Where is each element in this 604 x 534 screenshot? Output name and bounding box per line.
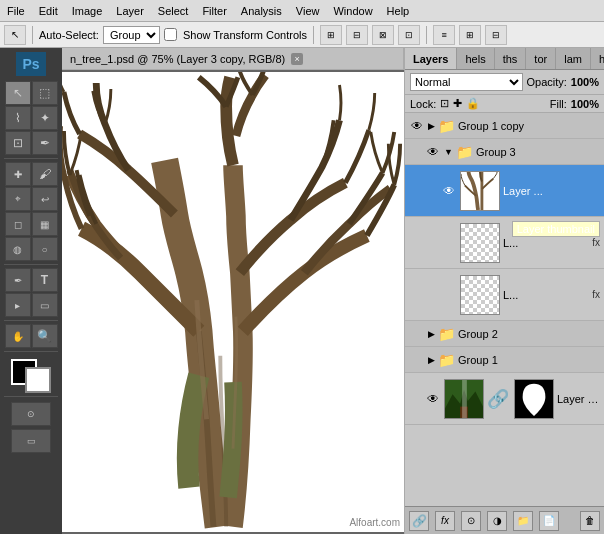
layer-l1-eye[interactable]: 👁 [441, 235, 457, 251]
layer-3-name: Layer ... [503, 185, 600, 197]
layer-l1-fx[interactable]: fx [592, 237, 600, 248]
screen-mode-btn[interactable]: ▭ [11, 429, 51, 453]
align-btn-3[interactable]: ⊠ [372, 25, 394, 45]
tab-hels[interactable]: hels [457, 48, 494, 69]
move-tool[interactable]: ↖ [5, 81, 31, 105]
layer-l2-checker [461, 276, 499, 314]
blur-tool[interactable]: ◍ [5, 237, 31, 261]
group-2-header[interactable]: 👁 ▶ 📁 Group 2 [405, 321, 604, 347]
folder-new-icon: 📁 [517, 515, 529, 526]
move-tool-btn[interactable]: ↖ [4, 25, 26, 45]
blend-mode-select[interactable]: Normal Multiply Screen [410, 73, 523, 91]
menu-image[interactable]: Image [65, 3, 110, 19]
eyedropper-tool[interactable]: ✒ [32, 131, 58, 155]
menu-layer[interactable]: Layer [109, 3, 151, 19]
color-picker[interactable] [11, 359, 51, 393]
canvas-area: n_tree_1.psd @ 75% (Layer 3 copy, RGB/8)… [62, 48, 404, 534]
menu-help[interactable]: Help [380, 3, 417, 19]
menu-edit[interactable]: Edit [32, 3, 65, 19]
auto-select-dropdown[interactable]: Group Layer [103, 26, 160, 44]
align-btn-2[interactable]: ⊟ [346, 25, 368, 45]
layers-list[interactable]: 👁 ▶ 📁 Group 1 copy 👁 ▼ 📁 Group 3 👁 [405, 113, 604, 506]
canvas-tab-close[interactable]: × [291, 53, 303, 65]
layer-3-item[interactable]: 👁 Layer ... Layer thumbnail [405, 165, 604, 217]
lock-all-icon[interactable]: 🔒 [466, 97, 480, 110]
text-tool[interactable]: T [32, 268, 58, 292]
layer-l2-fx[interactable]: fx [592, 289, 600, 300]
group-1-copy-eye[interactable]: 👁 [409, 118, 425, 134]
tab-ths[interactable]: ths [495, 48, 527, 69]
tab-hfo[interactable]: hfo [591, 48, 604, 69]
layer-3-thumb [460, 171, 500, 211]
tool-row-7: ◍ ○ [5, 237, 58, 261]
dist-btn-3[interactable]: ⊟ [485, 25, 507, 45]
layer-0-item[interactable]: 👁 🔗 [405, 373, 604, 425]
auto-select-label: Auto-Select: [39, 29, 99, 41]
align-btn-4[interactable]: ⊡ [398, 25, 420, 45]
tab-layers[interactable]: Layers [405, 48, 457, 69]
menu-select[interactable]: Select [151, 3, 196, 19]
dist-btn-1[interactable]: ≡ [433, 25, 455, 45]
gradient-tool[interactable]: ▦ [32, 212, 58, 236]
layer-l2-thumb [460, 275, 500, 315]
transform-controls-checkbox[interactable] [164, 28, 177, 41]
layer-l2-eye[interactable]: 👁 [441, 287, 457, 303]
healing-tool[interactable]: ✚ [5, 162, 31, 186]
canvas-tab[interactable]: n_tree_1.psd @ 75% (Layer 3 copy, RGB/8)… [62, 48, 404, 70]
group-2-folder-icon: 📁 [438, 326, 455, 342]
history-tool[interactable]: ↩ [32, 187, 58, 211]
quick-mask-btn[interactable]: ⊙ [11, 402, 51, 426]
group-3-header[interactable]: 👁 ▼ 📁 Group 3 [405, 139, 604, 165]
lasso-tool[interactable]: ⌇ [5, 106, 31, 130]
link-layers-btn[interactable]: 🔗 [409, 511, 429, 531]
group-3-name: Group 3 [476, 146, 600, 158]
align-btn-1[interactable]: ⊞ [320, 25, 342, 45]
layer-l2-item[interactable]: 👁 L... fx [405, 269, 604, 321]
layer-0-eye[interactable]: 👁 [425, 391, 441, 407]
group-2-eye[interactable]: 👁 [409, 326, 425, 342]
layer-3-eye[interactable]: 👁 [441, 183, 457, 199]
hand-tool[interactable]: ✋ [5, 324, 31, 348]
tool-divider-1 [4, 158, 58, 159]
menu-window[interactable]: Window [326, 3, 379, 19]
delete-layer-btn[interactable]: 🗑 [580, 511, 600, 531]
tool-row-1: ↖ ⬚ [5, 81, 58, 105]
group-3-triangle: ▼ [444, 147, 453, 157]
new-group-btn[interactable]: 📁 [513, 511, 533, 531]
fx-icon: fx [441, 515, 449, 526]
zoom-tool[interactable]: 🔍 [32, 324, 58, 348]
layer-fx-btn[interactable]: fx [435, 511, 455, 531]
group-1-header[interactable]: 👁 ▶ 📁 Group 1 [405, 347, 604, 373]
adjustment-btn[interactable]: ◑ [487, 511, 507, 531]
tab-lam[interactable]: lam [556, 48, 591, 69]
layers-blend-row: Normal Multiply Screen Opacity: 100% [405, 70, 604, 95]
menu-view[interactable]: View [289, 3, 327, 19]
brush-tool[interactable]: 🖌 [32, 162, 58, 186]
tool-row-10: ✋ 🔍 [5, 324, 58, 348]
dist-btn-2[interactable]: ⊞ [459, 25, 481, 45]
shape-tool[interactable]: ▭ [32, 293, 58, 317]
menu-filter[interactable]: Filter [195, 3, 233, 19]
path-select-tool[interactable]: ▸ [5, 293, 31, 317]
eraser-tool[interactable]: ◻ [5, 212, 31, 236]
main-toolbar: ↖ Auto-Select: Group Layer Show Transfor… [0, 22, 604, 48]
marquee-tool[interactable]: ⬚ [32, 81, 58, 105]
add-mask-btn[interactable]: ⊙ [461, 511, 481, 531]
lock-move-icon[interactable]: ✚ [453, 97, 462, 110]
menu-file[interactable]: File [0, 3, 32, 19]
pen-tool[interactable]: ✒ [5, 268, 31, 292]
layers-panel: Layers hels ths tor lam hfo × Normal Mul… [404, 48, 604, 534]
clone-tool[interactable]: ⌖ [5, 187, 31, 211]
new-layer-btn[interactable]: 📄 [539, 511, 559, 531]
crop-tool[interactable]: ⊡ [5, 131, 31, 155]
background-color[interactable] [25, 367, 51, 393]
group-3-eye[interactable]: 👁 [425, 144, 441, 160]
dodge-tool[interactable]: ○ [32, 237, 58, 261]
quick-select-tool[interactable]: ✦ [32, 106, 58, 130]
tool-divider-5 [4, 396, 58, 397]
group-1-copy-header[interactable]: 👁 ▶ 📁 Group 1 copy [405, 113, 604, 139]
lock-pixel-icon[interactable]: ⊡ [440, 97, 449, 110]
group-1-eye[interactable]: 👁 [409, 352, 425, 368]
menu-analysis[interactable]: Analysis [234, 3, 289, 19]
tab-tor[interactable]: tor [526, 48, 556, 69]
